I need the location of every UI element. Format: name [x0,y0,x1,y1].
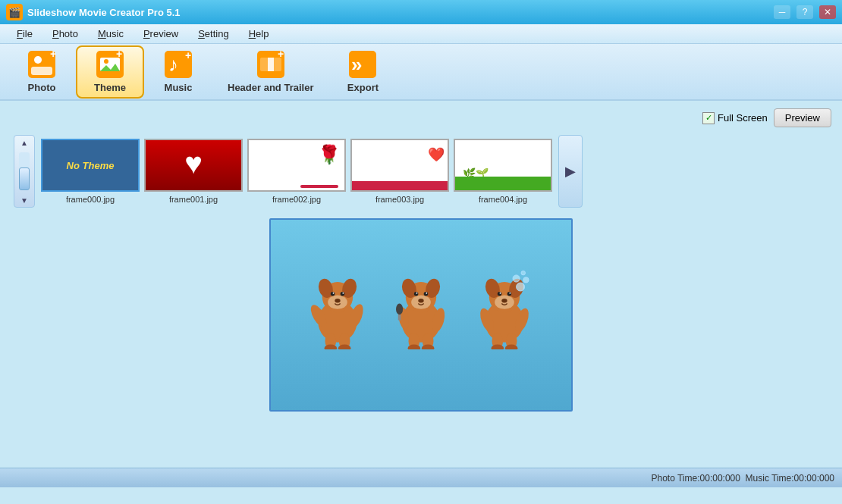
scroll-panel-left: ▲ ▼ [14,135,35,208]
carousel-next-btn[interactable]: ▶ [558,135,583,208]
svg-point-58 [498,291,502,296]
svg-point-43 [426,292,427,293]
svg-text:+: + [185,50,191,61]
frame-thumb-1: ♥ [144,139,243,192]
no-theme-box: No Theme [42,140,138,190]
svg-point-46 [396,303,403,315]
frames-list: No Theme frame000.jpg ♥ frame001.jpg [41,139,552,204]
svg-point-1 [34,56,42,64]
toolbar-header-trailer-button[interactable]: + Header and Trailer [212,45,328,99]
photo-icon: + [27,50,56,79]
svg-point-59 [507,291,512,296]
toolbar-photo-button[interactable]: + Photo [8,45,76,99]
svg-point-27 [342,292,344,293]
menu-help[interactable]: Help [240,26,278,42]
header-trailer-icon: + [256,50,285,79]
dog-3 [470,266,539,349]
fullscreen-checkbox[interactable]: ✓ [702,112,715,124]
frame-item-4[interactable]: 🌿🌱 frame004.jpg [454,139,552,204]
menu-photo[interactable]: Photo [43,26,87,42]
frame-item-1[interactable]: ♥ frame001.jpg [144,139,243,204]
preview-button[interactable]: Preview [774,108,831,127]
svg-point-6 [104,59,108,64]
header-trailer-label: Header and Trailer [228,82,313,93]
menu-music[interactable]: Music [89,26,133,42]
frame-item-3[interactable]: ❤️ frame003.jpg [350,139,449,204]
toolbar-export-button[interactable]: » Export [328,45,397,99]
app-title: Slideshow Movie Creator Pro 5.1 [27,7,768,18]
status-bar: Photo Time:00:00:000 Music Time:00:00:00… [0,468,842,487]
photo-label: Photo [28,82,56,93]
svg-point-24 [331,291,335,296]
svg-point-61 [509,292,511,293]
next-arrow-icon: ▶ [565,163,576,180]
minimize-button[interactable]: ─ [774,5,790,19]
svg-point-60 [500,292,501,293]
frame-item-0[interactable]: No Theme frame000.jpg [41,139,140,204]
svg-point-62 [501,299,507,303]
svg-point-42 [416,292,418,293]
svg-point-44 [418,299,423,303]
frame-thumb-0: No Theme [41,139,140,192]
export-label: Export [347,82,379,93]
fullscreen-label: Full Screen [718,112,768,124]
theme-label: Theme [94,82,126,93]
roses-deco: 🌹 [318,144,341,165]
music-label: Music [165,82,193,93]
theme-icon: + [96,50,124,79]
menu-setting[interactable]: Setting [189,26,237,42]
roses-frame-bg: 🌹 [249,140,344,190]
svg-point-26 [333,292,335,293]
dog-1 [303,266,372,349]
music-icon: ♪ + [164,50,193,79]
toolbar: + Photo + Theme ♪ + Music [0,44,842,101]
help-button[interactable]: ? [796,5,813,19]
frame-thumb-2: 🌹 [247,139,346,192]
menu-bar: File Photo Music Preview Setting Help [0,24,842,44]
scroll-up-arrow[interactable]: ▲ [14,136,34,149]
frame-label-0: frame000.jpg [66,195,115,204]
menu-preview[interactable]: Preview [134,26,187,42]
scroll-thumb-left [19,167,30,190]
dog-2 [387,266,455,349]
music-time: Music Time:00:00:000 [746,473,834,484]
svg-text:»: » [351,53,362,76]
app-icon: 🎬 [6,4,23,20]
svg-text:♪: ♪ [168,53,178,76]
heart-frame-bg: ♥ [146,140,241,190]
toolbar-music-button[interactable]: ♪ + Music [144,45,212,99]
frame-thumb-3: ❤️ [350,139,449,192]
svg-point-65 [517,283,525,291]
title-bar: 🎬 Slideshow Movie Creator Pro 5.1 ─ ? ✕ [0,0,842,24]
hearts-bottom [352,181,448,190]
svg-point-40 [414,291,419,296]
svg-point-66 [523,277,529,282]
svg-point-68 [521,271,526,275]
frame-label-1: frame001.jpg [169,195,218,204]
svg-point-25 [341,291,345,296]
svg-text:+: + [50,50,56,60]
top-controls: ✓ Full Screen Preview [11,108,831,127]
frame-label-3: frame003.jpg [375,195,424,204]
frame-label-4: frame004.jpg [479,195,527,204]
svg-point-41 [424,291,429,296]
scroll-track-left [19,152,30,190]
export-icon: » [348,50,377,79]
nature-frame-bg: 🌿🌱 [455,140,551,190]
svg-text:+: + [278,50,284,60]
fullscreen-control[interactable]: ✓ Full Screen [702,112,768,124]
main-content: ✓ Full Screen Preview ▲ ▼ No Theme fram [0,101,842,487]
close-button[interactable]: ✕ [819,5,836,19]
scroll-down-arrow[interactable]: ▼ [14,193,34,207]
frames-carousel: ▲ ▼ No Theme frame000.jpg [11,135,831,208]
toolbar-theme-button[interactable]: + Theme [76,45,144,99]
photo-time: Photo Time:00:00:000 [652,473,740,484]
preview-area [269,218,573,412]
roses-bottom [300,185,338,188]
svg-point-28 [335,299,340,303]
svg-rect-2 [31,67,52,75]
frame-item-2[interactable]: 🌹 frame002.jpg [247,139,346,204]
frame-thumb-4: 🌿🌱 [454,139,552,192]
svg-point-67 [513,274,520,281]
menu-file[interactable]: File [8,26,42,42]
